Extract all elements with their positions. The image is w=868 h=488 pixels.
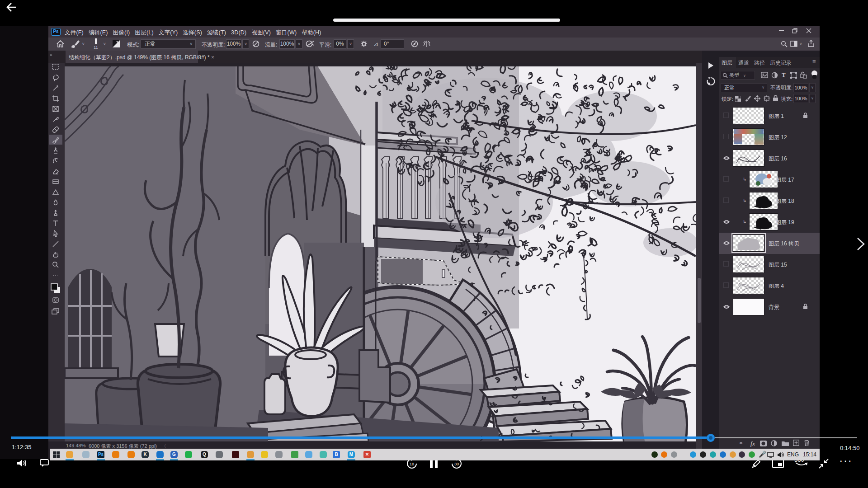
svg-text:10: 10 [410, 462, 414, 466]
svg-text:30: 30 [454, 462, 459, 466]
